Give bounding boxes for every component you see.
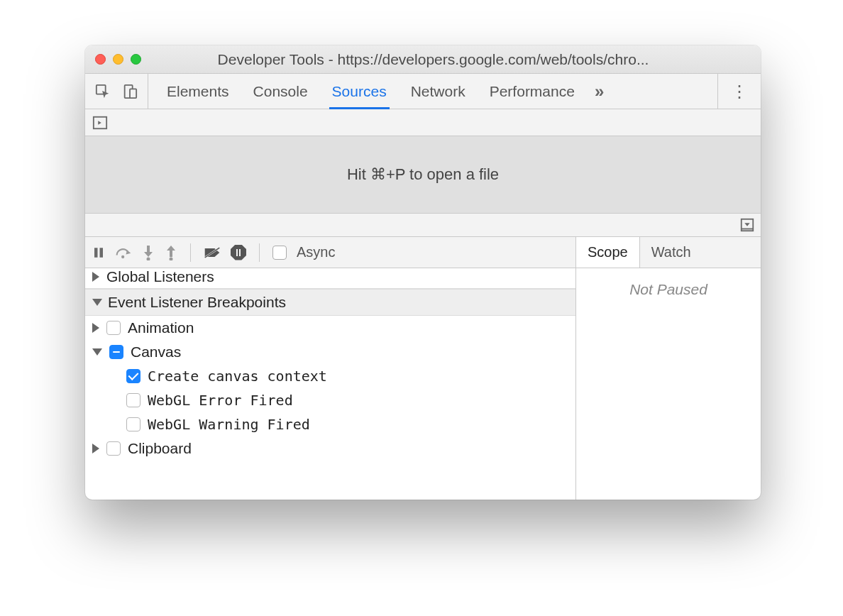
tab-sources[interactable]: Sources (332, 74, 387, 109)
step-over-icon[interactable] (115, 246, 132, 260)
tab-scope[interactable]: Scope (576, 237, 640, 268)
svg-rect-9 (100, 248, 104, 258)
tab-elements[interactable]: Elements (167, 74, 229, 109)
tab-performance[interactable]: Performance (490, 74, 575, 109)
svg-rect-8 (94, 248, 98, 258)
window-title: Developer Tools - https://developers.goo… (153, 51, 754, 68)
chevron-right-icon (92, 444, 99, 453)
debugger-pane: Async Global Listeners Event Listener Br… (85, 237, 576, 500)
section-label: Global Listeners (106, 268, 214, 285)
svg-marker-6 (744, 223, 749, 226)
chevron-down-icon (92, 299, 102, 306)
deactivate-breakpoints-icon[interactable] (204, 246, 221, 260)
sources-subbar (85, 109, 761, 136)
breakpoint-label: WebGL Error Fired (148, 392, 293, 409)
lower-panes: Async Global Listeners Event Listener Br… (85, 237, 761, 500)
svg-rect-12 (147, 246, 150, 253)
svg-marker-15 (167, 246, 175, 251)
breakpoints-tree: Global Listeners Event Listener Breakpoi… (85, 268, 575, 500)
chevron-right-icon (92, 323, 99, 333)
step-into-icon[interactable] (142, 245, 155, 260)
pause-on-exceptions-icon[interactable] (231, 245, 246, 260)
breakpoint-label: WebGL Warning Fired (148, 416, 310, 433)
checkbox-unchecked[interactable] (126, 393, 140, 407)
chevron-down-icon (92, 348, 102, 356)
breakpoint-webgl-error-fired[interactable]: WebGL Error Fired (85, 388, 575, 412)
scope-body: Not Paused (576, 268, 761, 500)
category-label: Canvas (131, 343, 181, 361)
checkbox-unchecked[interactable] (106, 441, 121, 456)
tab-watch[interactable]: Watch (640, 237, 702, 268)
open-file-hint: Hit ⌘+P to open a file (85, 136, 761, 213)
category-label: Clipboard (128, 440, 192, 457)
async-label: Async (297, 244, 335, 260)
svg-rect-16 (170, 250, 172, 257)
checkbox-unchecked[interactable] (126, 417, 140, 431)
right-tabs: Scope Watch (576, 237, 761, 268)
category-label: Animation (128, 319, 194, 336)
checkbox-indeterminate[interactable] (109, 345, 123, 359)
pause-icon[interactable] (92, 246, 105, 259)
expand-drawer-icon[interactable] (739, 217, 755, 233)
kebab-menu-icon[interactable]: ⋮ (717, 74, 761, 109)
close-window-button[interactable] (95, 54, 106, 65)
devtools-window: Developer Tools - https://developers.goo… (85, 45, 761, 500)
debug-toolbar: Async (85, 237, 575, 268)
chevron-right-icon (92, 272, 99, 282)
async-checkbox[interactable] (272, 246, 287, 260)
svg-point-11 (121, 255, 124, 258)
step-out-icon[interactable] (165, 245, 177, 260)
checkbox-unchecked[interactable] (106, 321, 121, 335)
svg-marker-4 (98, 121, 101, 125)
device-toolbar-icon[interactable] (122, 84, 138, 99)
tab-network[interactable]: Network (411, 74, 465, 109)
checkbox-checked[interactable] (126, 369, 140, 383)
minimize-window-button[interactable] (113, 54, 123, 65)
svg-point-17 (170, 257, 173, 260)
maximize-window-button[interactable] (131, 54, 141, 65)
breakpoint-label: Create canvas context (148, 368, 327, 385)
main-tabbar: Elements Console Sources Network Perform… (85, 74, 761, 109)
breakpoint-create-canvas-context[interactable]: Create canvas context (85, 364, 575, 388)
svg-marker-13 (144, 252, 153, 257)
svg-point-14 (147, 257, 150, 260)
category-clipboard[interactable]: Clipboard (85, 436, 575, 461)
not-paused-label: Not Paused (629, 281, 707, 298)
titlebar: Developer Tools - https://developers.goo… (85, 45, 761, 74)
tab-console[interactable]: Console (253, 74, 308, 109)
drawer-strip (85, 213, 761, 237)
svg-rect-2 (130, 89, 136, 98)
scope-watch-pane: Scope Watch Not Paused (576, 237, 761, 500)
window-controls (95, 54, 141, 65)
section-label: Event Listener Breakpoints (108, 294, 286, 311)
event-listener-breakpoints-section[interactable]: Event Listener Breakpoints (85, 289, 575, 316)
breakpoint-webgl-warning-fired[interactable]: WebGL Warning Fired (85, 412, 575, 436)
inspect-element-icon[interactable] (95, 84, 111, 99)
global-listeners-section[interactable]: Global Listeners (85, 268, 575, 289)
more-tabs-chevron-icon[interactable]: » (595, 82, 604, 101)
category-animation[interactable]: Animation (85, 316, 575, 340)
category-canvas[interactable]: Canvas (85, 340, 575, 364)
navigator-toggle-icon[interactable] (92, 115, 108, 131)
